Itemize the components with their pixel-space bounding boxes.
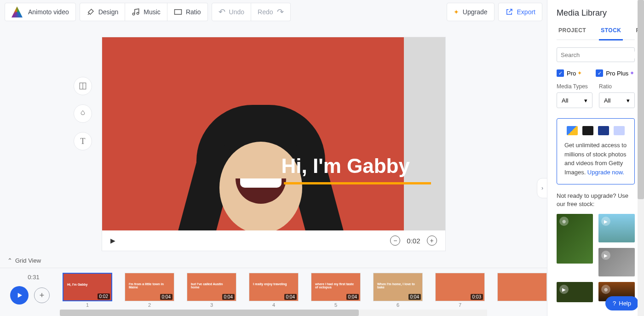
color-tool[interactable] — [74, 104, 92, 123]
overlay-text[interactable]: Hi, I'm Gabby — [282, 155, 410, 178]
logo-button[interactable]: Animoto video — [5, 3, 76, 21]
export-icon — [505, 8, 513, 16]
clip-duration: 0:04 — [222, 294, 235, 300]
play-icon: ▶ — [559, 285, 569, 294]
redo-icon: ↷ — [277, 7, 284, 17]
clip-thumb[interactable]: Hi, I'm Gabby 0:02 — [63, 273, 112, 301]
search-input[interactable] — [561, 52, 638, 58]
page-scrollbar[interactable] — [638, 0, 644, 316]
grid-view-toggle[interactable]: ⌃ Grid View — [0, 253, 547, 268]
selects: Media Types All ▾ Ratio All ▾ — [557, 83, 635, 108]
design-label: Design — [98, 8, 119, 16]
promo-box: Get unlimited access to millions of stoc… — [557, 118, 635, 184]
checkbox-icon: ✓ — [557, 69, 564, 77]
clip-number: 4 — [272, 302, 275, 308]
upgrade-button[interactable]: ✦ Upgrade — [447, 3, 494, 21]
play-icon — [16, 292, 23, 299]
upgrade-now-link[interactable]: Upgrade now. — [587, 169, 624, 176]
clip-duration: 0:04 — [408, 294, 421, 300]
style-group: Design Music Ratio — [80, 3, 208, 21]
clip-number: 5 — [334, 302, 337, 308]
help-label: Help — [619, 300, 631, 307]
magnify-icon: ⊕ — [601, 285, 610, 294]
pro-plus-label: Pro Plus — [606, 70, 628, 77]
clip-number: 7 — [459, 302, 461, 308]
tab-stock[interactable]: STOCK — [599, 27, 623, 40]
design-button[interactable]: Design — [80, 3, 126, 21]
clip-number: 2 — [148, 302, 151, 308]
image-icon — [567, 126, 578, 135]
ratio-filter-label: Ratio — [599, 83, 635, 90]
help-button[interactable]: ? Help — [605, 296, 638, 310]
clip-thumb[interactable]: 0:03 — [435, 273, 485, 301]
pro-plus-filter[interactable]: ✓ Pro Plus ✦ — [596, 69, 634, 77]
total-duration: 0:31 — [28, 274, 39, 281]
layout-tool[interactable] — [74, 77, 92, 95]
chevron-down-icon: ▾ — [584, 97, 587, 104]
undo-label: Undo — [229, 8, 244, 16]
camera-icon — [582, 126, 593, 135]
clip-thumb[interactable]: but I've called Austin home 0:04 — [187, 273, 236, 301]
clip-thumb[interactable]: I'm from a little town in Maine 0:04 — [125, 273, 174, 301]
magnify-icon: ⊕ — [559, 217, 569, 226]
zoom-out-button[interactable]: − — [390, 236, 400, 246]
stock-item[interactable]: ⊕ — [557, 214, 593, 264]
video-name: Animoto video — [28, 8, 69, 16]
export-label: Export — [517, 8, 535, 16]
grid-view-label: Grid View — [15, 257, 41, 264]
panel-tabs: PROJECT STOCK FAVORITES — [557, 27, 635, 40]
undo-button[interactable]: ↶ Undo — [212, 3, 251, 21]
play-icon: ▶ — [601, 217, 610, 226]
play-bar: ▶ − 0:02 + — [102, 230, 445, 251]
panel-collapse-button[interactable]: › — [537, 178, 548, 198]
media-library-panel: Media Library PROJECT STOCK FAVORITES ✓ … — [547, 0, 644, 316]
sparkle-icon: ✦ — [577, 70, 582, 76]
media-types-label: Media Types — [557, 83, 592, 90]
media-types-select[interactable]: All ▾ — [557, 92, 592, 108]
play-small-button[interactable]: ▶ — [110, 237, 115, 244]
toolbar: Animoto video Design Music Ratio ↶ Undo … — [0, 0, 547, 24]
ratio-button[interactable]: Ratio — [167, 3, 208, 21]
tab-project[interactable]: PROJECT — [557, 27, 588, 40]
add-clip-button[interactable]: + — [34, 287, 50, 303]
media-types-value: All — [562, 97, 568, 104]
redo-label: Redo — [258, 8, 273, 16]
search-wrap — [557, 47, 635, 62]
music-label: Music — [144, 8, 161, 16]
stock-grid: ⊕ ▶ ▶ ▶ ⊕ — [557, 214, 635, 302]
clip-icon — [614, 126, 625, 135]
play-button[interactable] — [10, 286, 29, 305]
stock-item[interactable]: ▶ — [598, 248, 635, 276]
music-button[interactable]: Music — [125, 3, 167, 21]
clip-number: 6 — [397, 302, 399, 308]
clip-duration: 0:03 — [471, 294, 483, 300]
film-icon — [598, 126, 609, 135]
pro-filter[interactable]: ✓ Pro ✦ — [557, 69, 582, 77]
animoto-logo-icon — [12, 6, 23, 17]
ratio-select[interactable]: All ▾ — [599, 92, 635, 108]
timeline: 0:31 + Hi, I'm Gabby 0:02 1 I'm from a l… — [0, 268, 547, 308]
history-group: ↶ Undo Redo ↷ — [212, 3, 291, 21]
export-button[interactable]: Export — [498, 3, 542, 21]
text-tool[interactable]: T — [74, 132, 92, 150]
ratio-icon — [174, 9, 182, 15]
video-preview[interactable]: Hi, I'm Gabby — [102, 37, 445, 230]
clip-thumb[interactable]: where I had my first taste of octopus 0:… — [311, 273, 361, 301]
clip-thumb[interactable]: When I'm home, I love to bake 0:04 — [373, 273, 423, 301]
redo-button[interactable]: Redo ↷ — [251, 3, 290, 21]
stock-item[interactable]: ▶ — [598, 214, 635, 242]
text-underline — [284, 182, 431, 184]
clip-thumb[interactable] — [497, 273, 547, 301]
zoom-in-button[interactable]: + — [427, 236, 437, 246]
chevron-down-icon: ▾ — [627, 97, 630, 104]
clips-row: Hi, I'm Gabby 0:02 1 I'm from a little t… — [60, 273, 547, 308]
timeline-scrollbar[interactable] — [60, 310, 487, 316]
layout-icon — [79, 82, 87, 90]
stock-item[interactable]: ▶ — [557, 282, 593, 302]
clip-duration: 0:04 — [160, 294, 172, 300]
ratio-label: Ratio — [186, 8, 201, 16]
chevron-up-icon: ⌃ — [7, 257, 12, 264]
canvas-area: T Hi, I'm Gabby ▶ − 0:02 — [0, 24, 547, 253]
play-icon: ▶ — [601, 251, 610, 260]
clip-thumb[interactable]: I really enjoy traveling 0:04 — [249, 273, 299, 301]
